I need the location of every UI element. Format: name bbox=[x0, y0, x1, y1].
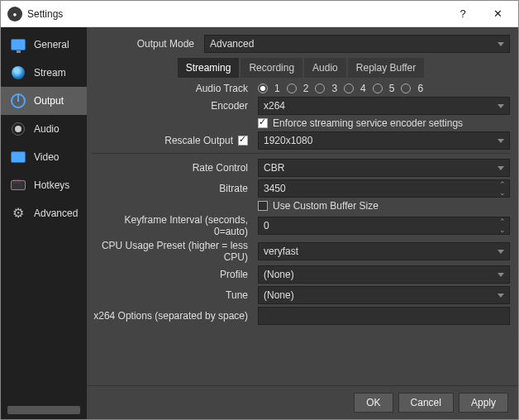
rate-control-value: CBR bbox=[264, 162, 284, 174]
cpu-preset-value: veryfast bbox=[264, 246, 298, 257]
audio-track-radio-3[interactable] bbox=[315, 84, 325, 93]
globe-icon bbox=[9, 64, 27, 82]
sidebar-scrollbar[interactable] bbox=[7, 406, 80, 414]
main-panel: Output Mode Advanced Streaming Recording… bbox=[87, 27, 518, 419]
power-icon bbox=[9, 92, 27, 110]
gear-icon: ⚙ bbox=[9, 204, 27, 222]
audio-track-label: Audio Track bbox=[92, 83, 253, 94]
audio-track-radio-1[interactable] bbox=[258, 84, 268, 93]
sidebar-item-label: Stream bbox=[34, 67, 66, 79]
rescale-value: 1920x1080 bbox=[264, 135, 312, 146]
rate-control-label: Rate Control bbox=[92, 162, 253, 174]
close-button[interactable]: ✕ bbox=[480, 2, 515, 26]
bitrate-value: 3450 bbox=[264, 183, 286, 194]
sidebar-item-video[interactable]: Video bbox=[1, 143, 87, 171]
audio-track-num: 6 bbox=[417, 83, 423, 94]
sidebar-item-hotkeys[interactable]: Hotkeys bbox=[1, 171, 87, 199]
apply-button[interactable]: Apply bbox=[459, 393, 508, 413]
rate-control-select[interactable]: CBR bbox=[258, 159, 510, 177]
x264-options-input[interactable] bbox=[258, 307, 510, 325]
audio-track-radio-5[interactable] bbox=[373, 84, 383, 93]
sidebar-item-general[interactable]: General bbox=[1, 31, 87, 59]
titlebar: Settings ? ✕ bbox=[1, 1, 518, 27]
tab-audio[interactable]: Audio bbox=[304, 58, 346, 78]
keyboard-icon bbox=[9, 176, 27, 194]
sidebar-item-stream[interactable]: Stream bbox=[1, 59, 87, 87]
sidebar-item-output[interactable]: Output bbox=[1, 87, 87, 115]
tune-value: (None) bbox=[264, 289, 294, 301]
x264-options-label: x264 Options (separated by space) bbox=[92, 310, 253, 322]
audio-track-num: 2 bbox=[303, 83, 309, 94]
window-title: Settings bbox=[27, 8, 445, 20]
tab-streaming[interactable]: Streaming bbox=[178, 58, 240, 78]
encoder-value: x264 bbox=[264, 100, 285, 112]
audio-track-group: 1 2 3 4 5 6 bbox=[258, 83, 510, 94]
bitrate-input[interactable]: 3450 bbox=[258, 179, 510, 198]
tab-replay-buffer[interactable]: Replay Buffer bbox=[348, 58, 425, 78]
sidebar-item-advanced[interactable]: ⚙ Advanced bbox=[1, 199, 87, 227]
profile-label: Profile bbox=[92, 269, 253, 280]
audio-track-radio-4[interactable] bbox=[344, 84, 354, 93]
ok-button[interactable]: OK bbox=[354, 393, 393, 413]
keyframe-value: 0 bbox=[264, 220, 269, 231]
profile-value: (None) bbox=[264, 269, 294, 280]
keyframe-label: Keyframe Interval (seconds, 0=auto) bbox=[92, 214, 253, 237]
audio-track-num: 4 bbox=[360, 83, 366, 94]
rescale-checkbox[interactable] bbox=[238, 136, 248, 146]
profile-select[interactable]: (None) bbox=[258, 265, 510, 284]
custom-buffer-checkbox[interactable] bbox=[258, 201, 268, 211]
dialog-footer: OK Cancel Apply bbox=[87, 385, 518, 419]
output-mode-select[interactable]: Advanced bbox=[204, 35, 510, 53]
tab-recording[interactable]: Recording bbox=[240, 58, 302, 78]
enforce-checkbox[interactable] bbox=[258, 118, 268, 128]
tune-select[interactable]: (None) bbox=[258, 286, 510, 304]
output-mode-label: Output Mode bbox=[92, 38, 199, 50]
monitor-icon bbox=[9, 36, 27, 54]
encoder-label: Encoder bbox=[92, 100, 253, 112]
enforce-label: Enforce streaming service encoder settin… bbox=[273, 117, 463, 129]
sidebar: General Stream Output Audio Video Hotkey… bbox=[1, 27, 87, 419]
help-button[interactable]: ? bbox=[445, 2, 480, 26]
sidebar-item-label: Advanced bbox=[34, 208, 78, 219]
cpu-preset-select[interactable]: veryfast bbox=[258, 242, 510, 260]
cancel-button[interactable]: Cancel bbox=[398, 393, 454, 413]
cpu-preset-label: CPU Usage Preset (higher = less CPU) bbox=[92, 240, 253, 263]
screen-icon bbox=[9, 148, 27, 166]
sidebar-item-label: Audio bbox=[34, 123, 60, 135]
rescale-label: Rescale Output bbox=[164, 135, 233, 146]
sidebar-item-label: Output bbox=[34, 95, 64, 107]
sidebar-item-audio[interactable]: Audio bbox=[1, 115, 87, 143]
audio-track-num: 3 bbox=[331, 83, 337, 94]
sidebar-item-label: General bbox=[34, 39, 69, 50]
keyframe-input[interactable]: 0 bbox=[258, 217, 510, 235]
output-mode-value: Advanced bbox=[210, 38, 254, 50]
rescale-select[interactable]: 1920x1080 bbox=[258, 131, 510, 150]
audio-track-num: 5 bbox=[389, 83, 395, 94]
custom-buffer-label: Use Custom Buffer Size bbox=[273, 200, 379, 212]
sidebar-item-label: Video bbox=[34, 151, 59, 163]
tune-label: Tune bbox=[92, 289, 253, 301]
sidebar-item-label: Hotkeys bbox=[34, 179, 69, 191]
bitrate-label: Bitrate bbox=[92, 183, 253, 194]
audio-track-radio-2[interactable] bbox=[287, 84, 297, 93]
audio-track-num: 1 bbox=[274, 83, 280, 94]
encoder-select[interactable]: x264 bbox=[258, 97, 510, 115]
settings-window: Settings ? ✕ General Stream Output Audio bbox=[0, 0, 519, 420]
speaker-icon bbox=[9, 120, 27, 138]
output-tabs: Streaming Recording Audio Replay Buffer bbox=[92, 58, 510, 78]
app-icon bbox=[7, 7, 22, 21]
audio-track-radio-6[interactable] bbox=[401, 84, 411, 93]
client-area: General Stream Output Audio Video Hotkey… bbox=[1, 27, 518, 419]
